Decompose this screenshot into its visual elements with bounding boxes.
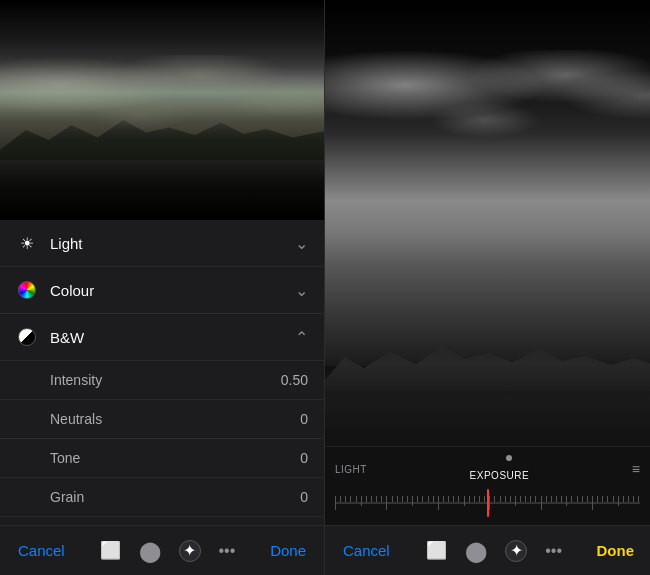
adjustment-icon-active[interactable]: ✦ [179,540,201,562]
slider-track-container[interactable] [325,487,650,519]
bw-label: B&W [50,329,295,346]
filter-icon[interactable]: ⬤ [139,539,161,563]
grass-area [325,366,650,446]
right-sun-toolbar-icon: ✦ [510,541,523,560]
light-chevron [295,234,308,253]
sub-item-grain[interactable]: Grain 0 [0,478,324,517]
right-more-icon[interactable]: ••• [545,542,562,560]
neutrals-label: Neutrals [50,411,102,427]
slider-left-label: LIGHT [335,464,367,475]
intensity-label: Intensity [50,372,102,388]
right-filter-icon[interactable]: ⬤ [465,539,487,563]
grain-value: 0 [300,489,308,505]
slider-dot [506,455,512,461]
menu-item-bw[interactable]: B&W [0,314,324,361]
colour-chevron [295,281,308,300]
bw-sub-items: Intensity 0.50 Neutrals 0 Tone 0 Grain 0 [0,361,324,517]
sub-item-tone[interactable]: Tone 0 [0,439,324,478]
more-icon[interactable]: ••• [219,542,236,560]
right-photo [325,0,650,446]
slider-labels: LIGHT EXPOSURE ≡ [325,455,650,487]
sun-toolbar-icon: ✦ [183,541,196,560]
colour-label: Colour [50,282,295,299]
fence [495,361,537,391]
sub-item-neutrals[interactable]: Neutrals 0 [0,400,324,439]
right-done-button[interactable]: Done [596,542,634,559]
grain-label: Grain [50,489,84,505]
right-cancel-button[interactable]: Cancel [341,538,392,563]
right-toolbar: Cancel ⬜ ⬤ ✦ ••• Done [325,525,650,575]
menu-item-colour[interactable]: Colour [0,267,324,314]
left-photo [0,0,325,220]
slider-center-label: EXPOSURE [470,470,530,481]
neutrals-value: 0 [300,411,308,427]
right-panel: LIGHT EXPOSURE ≡ Cancel ⬜ ⬤ ✦ ••• [325,0,650,575]
slider-center-section: EXPOSURE [470,455,530,483]
menu-item-light[interactable]: Light [0,220,324,267]
slider-track [335,502,640,504]
bw-chevron [295,328,308,347]
sub-item-intensity[interactable]: Intensity 0.50 [0,361,324,400]
right-adjustment-icon-active[interactable]: ✦ [505,540,527,562]
right-crop-icon[interactable]: ⬜ [426,540,447,561]
left-toolbar: Cancel ⬜ ⬤ ✦ ••• Done [0,525,324,575]
controls-area: Light Colour B&W Intensity 0.50 [0,220,324,525]
intensity-value: 0.50 [281,372,308,388]
left-panel: Light Colour B&W Intensity 0.50 [0,0,325,575]
slider-indicator [487,489,489,517]
slider-area: LIGHT EXPOSURE ≡ [325,446,650,525]
slider-menu-icon[interactable]: ≡ [632,461,640,477]
right-toolbar-icons: ⬜ ⬤ ✦ ••• [426,539,562,563]
color-circle-icon [16,279,38,301]
left-done-button[interactable]: Done [268,538,308,563]
tone-value: 0 [300,450,308,466]
light-label: Light [50,235,295,252]
left-cancel-button[interactable]: Cancel [16,538,67,563]
bw-icon [16,326,38,348]
toolbar-icons: ⬜ ⬤ ✦ ••• [100,539,236,563]
sun-icon [16,232,38,254]
crop-icon[interactable]: ⬜ [100,540,121,561]
tone-label: Tone [50,450,80,466]
